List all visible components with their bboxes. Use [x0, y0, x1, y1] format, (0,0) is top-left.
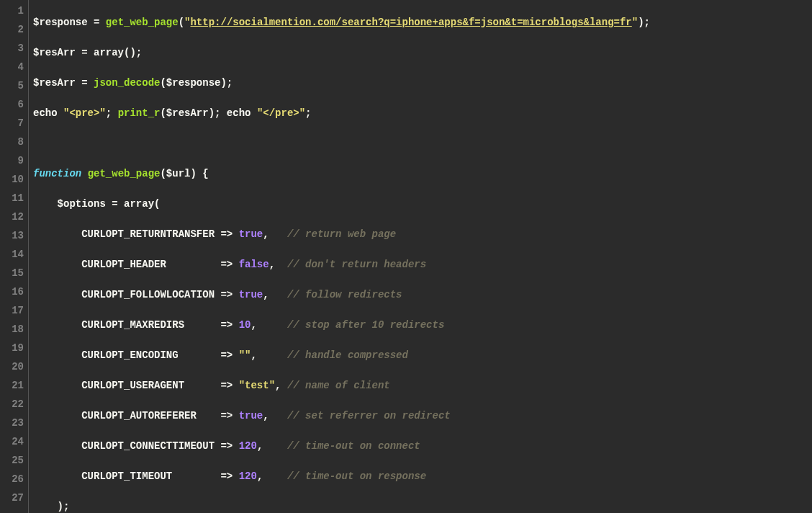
code-line: $resArr = json_decode($response); [33, 73, 812, 92]
code-text: ( [179, 17, 184, 28]
comment: // follow redirects [287, 289, 402, 300]
code-text: , [263, 410, 287, 421]
number-literal: 120 [239, 470, 257, 482]
code-text: CURLOPT_ENCODING => [33, 349, 239, 361]
line-number: 1 [3, 1, 24, 20]
line-number: 22 [3, 395, 24, 414]
comment: // stop after 10 redirects [287, 319, 444, 331]
comment: // return web page [287, 228, 396, 240]
code-text: $resArr = array(); [33, 47, 142, 58]
code-line: CURLOPT_RETURNTRANSFER => true, // retur… [33, 225, 812, 244]
code-line: CURLOPT_HEADER => false, // don't return… [33, 255, 812, 274]
line-number: 23 [3, 414, 24, 432]
line-number: 3 [3, 39, 24, 58]
line-number: 17 [3, 301, 24, 320]
code-text: , [257, 470, 287, 482]
string-literal: "" [239, 349, 251, 361]
comment: // name of client [287, 380, 390, 391]
code-text: CURLOPT_TIMEOUT => [33, 470, 239, 482]
code-line: echo "<pre>"; print_r($resArr); echo "</… [33, 104, 812, 122]
code-text: , [263, 289, 287, 300]
code-line: CURLOPT_FOLLOWLOCATION => true, // follo… [33, 285, 812, 304]
line-number: 14 [3, 245, 24, 264]
code-line: $options = array( [33, 195, 812, 213]
code-line: function get_web_page($url) { [33, 164, 812, 183]
boolean-literal: true [239, 228, 263, 240]
url-string: http://socialmention.com/search?q=iphone… [190, 17, 631, 28]
function-call: get_web_page [106, 17, 179, 28]
line-number: 18 [3, 320, 24, 339]
function-call: json_decode [94, 77, 160, 89]
code-text: ($resArr); echo [160, 107, 256, 119]
code-text: ($response); [160, 77, 233, 89]
line-number-gutter: 1 2 3 4 5 6 7 8 9 10 11 12 13 14 15 16 1… [0, 0, 29, 513]
line-number: 8 [3, 133, 24, 151]
number-literal: 10 [239, 319, 251, 331]
line-number: 15 [3, 264, 24, 282]
code-text: CURLOPT_MAXREDIRS => [33, 319, 239, 331]
code-text: CURLOPT_RETURNTRANSFER => [33, 228, 239, 240]
code-text: $response = [33, 17, 106, 28]
line-number: 27 [3, 489, 24, 507]
line-number: 11 [3, 189, 24, 208]
code-text: , [257, 440, 287, 452]
line-number: 7 [3, 114, 24, 133]
code-line: $resArr = array(); [33, 43, 812, 62]
code-text: CURLOPT_USERAGENT => [33, 380, 239, 391]
code-line: CURLOPT_MAXREDIRS => 10, // stop after 1… [33, 316, 812, 334]
comment: // set referrer on redirect [287, 410, 451, 421]
code-line: CURLOPT_ENCODING => "", // handle compre… [33, 346, 812, 365]
function-name: get_web_page [88, 168, 161, 179]
code-text: , [251, 349, 287, 361]
code-text: CURLOPT_AUTOREFERER => [33, 410, 239, 421]
line-number: 4 [3, 58, 24, 76]
code-line: CURLOPT_CONNECTTIMEOUT => 120, // time-o… [33, 437, 812, 455]
string-literal: "test" [239, 380, 275, 391]
function-call: print_r [118, 107, 161, 119]
code-line: $response = get_web_page("http://socialm… [33, 13, 812, 32]
code-text: echo [33, 107, 63, 119]
boolean-literal: false [239, 259, 269, 270]
line-number: 13 [3, 226, 24, 245]
code-editor[interactable]: $response = get_web_page("http://socialm… [29, 0, 812, 513]
line-number: 16 [3, 282, 24, 301]
code-text: CURLOPT_FOLLOWLOCATION => [33, 289, 239, 300]
line-number: 24 [3, 432, 24, 451]
code-line: ); [33, 497, 812, 513]
code-text: $options = array( [33, 198, 160, 210]
code-text: ($url) { [160, 168, 208, 179]
code-text: ); [638, 17, 650, 28]
line-number: 5 [3, 76, 24, 95]
code-line: CURLOPT_USERAGENT => "test", // name of … [33, 376, 812, 395]
code-line: CURLOPT_AUTOREFERER => true, // set refe… [33, 406, 812, 425]
code-text: ; [106, 107, 118, 119]
boolean-literal: true [239, 410, 263, 421]
code-text: ); [33, 501, 69, 512]
code-text: CURLOPT_HEADER => [33, 259, 239, 270]
line-number: 26 [3, 470, 24, 489]
line-number: 25 [3, 451, 24, 470]
keyword: function [33, 168, 81, 179]
code-text: , [275, 380, 287, 391]
number-literal: 120 [239, 440, 257, 452]
code-text: , [269, 259, 287, 270]
code-text [81, 168, 87, 179]
code-line [33, 134, 812, 153]
code-line: CURLOPT_TIMEOUT => 120, // time-out on r… [33, 467, 812, 486]
code-text: ; [305, 107, 311, 119]
string-literal: "<pre>" [63, 107, 106, 119]
comment: // handle compressed [287, 349, 408, 361]
code-text: CURLOPT_CONNECTTIMEOUT => [33, 440, 239, 452]
line-number: 10 [3, 170, 24, 189]
line-number: 6 [3, 95, 24, 114]
line-number: 19 [3, 339, 24, 357]
line-number: 21 [3, 376, 24, 395]
code-text: , [251, 319, 287, 331]
comment: // time-out on connect [287, 440, 420, 452]
line-number: 12 [3, 208, 24, 226]
code-text: , [263, 228, 287, 240]
line-number: 20 [3, 357, 24, 376]
code-text: $resArr = [33, 77, 94, 89]
line-number: 9 [3, 151, 24, 170]
comment: // don't return headers [287, 259, 426, 270]
